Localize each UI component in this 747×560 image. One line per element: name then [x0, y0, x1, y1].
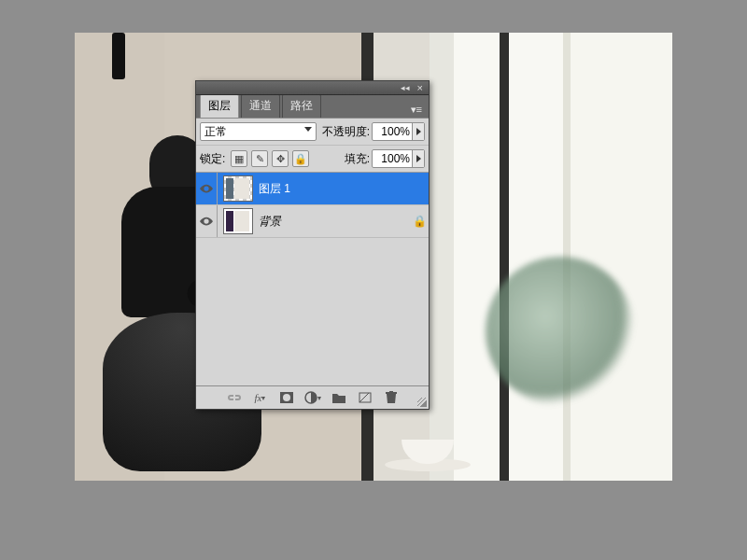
lock-transparent-icon[interactable]: ▦: [231, 150, 247, 167]
layer-row[interactable]: 图层 1: [196, 173, 429, 205]
lock-icons-group: ▦ ✎ ✥ 🔒: [231, 150, 309, 167]
opacity-flyout-icon[interactable]: [412, 123, 424, 140]
visibility-toggle[interactable]: [196, 173, 218, 204]
tab-channels[interactable]: 通道: [241, 94, 280, 118]
opacity-input[interactable]: [373, 125, 412, 138]
adjustment-icon[interactable]: ▾: [304, 390, 321, 405]
photo-lamp: [112, 33, 125, 79]
group-icon[interactable]: [331, 390, 347, 405]
collapse-icon[interactable]: ◂◂: [401, 83, 410, 92]
layer-thumbnail[interactable]: [223, 175, 253, 202]
fill-input[interactable]: [373, 152, 412, 165]
fill-field[interactable]: [372, 149, 425, 168]
close-icon[interactable]: ×: [417, 82, 423, 93]
panel-menu-icon[interactable]: ▾≡: [408, 104, 425, 116]
lock-pixels-icon[interactable]: ✎: [251, 150, 268, 167]
blend-opacity-row: 正常 不透明度:: [196, 119, 429, 146]
layer-row[interactable]: 背景🔒: [196, 205, 429, 238]
panel-titlebar[interactable]: ◂◂ ×: [196, 81, 429, 95]
mask-icon[interactable]: [278, 390, 295, 405]
panel-tabs: 图层 通道 路径 ▾≡: [196, 95, 429, 119]
opacity-label: 不透明度:: [322, 124, 370, 140]
blend-mode-select[interactable]: 正常: [200, 122, 317, 141]
lock-indicator-icon: 🔒: [410, 215, 429, 228]
layer-name[interactable]: 背景: [259, 214, 410, 230]
blend-mode-value: 正常: [204, 124, 227, 140]
chevron-down-icon: [304, 127, 312, 132]
fill-flyout-icon[interactable]: [412, 150, 424, 167]
opacity-field[interactable]: [372, 122, 425, 141]
tab-layers[interactable]: 图层: [200, 94, 239, 118]
resize-grip-icon[interactable]: [417, 398, 427, 407]
lock-position-icon[interactable]: ✥: [272, 150, 289, 167]
layer-thumbnail[interactable]: [223, 208, 253, 234]
photo-window-frame: [500, 33, 509, 481]
lock-fill-row: 锁定: ▦ ✎ ✥ 🔒 填充:: [196, 146, 429, 173]
app-background: ◂◂ × 图层 通道 路径 ▾≡ 正常 不透明度: 锁定: ▦ ✎: [0, 0, 747, 560]
fx-icon[interactable]: fx▾: [252, 390, 269, 405]
layer-name[interactable]: 图层 1: [259, 181, 410, 197]
link-icon: [226, 390, 243, 405]
trash-icon[interactable]: [383, 390, 400, 405]
layer-list[interactable]: 图层 1背景🔒: [196, 173, 429, 385]
lock-label: 锁定:: [200, 151, 225, 167]
panel-footer: fx▾▾: [196, 385, 429, 409]
photo-foliage: [486, 257, 635, 406]
lock-all-icon[interactable]: 🔒: [292, 150, 309, 167]
layers-panel: ◂◂ × 图层 通道 路径 ▾≡ 正常 不透明度: 锁定: ▦ ✎: [195, 80, 430, 410]
visibility-toggle[interactable]: [196, 205, 218, 237]
tab-paths[interactable]: 路径: [282, 94, 321, 118]
new-layer-icon[interactable]: [357, 390, 374, 405]
svg-point-1: [283, 394, 290, 401]
fill-label: 填充:: [345, 151, 370, 167]
